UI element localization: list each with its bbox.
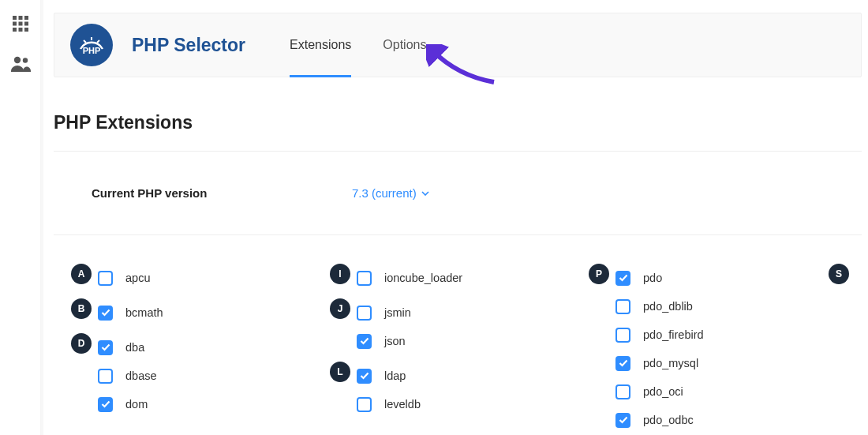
version-select[interactable]: 7.3 (current): [352, 186, 429, 200]
extension-label: pdo_mysql: [643, 357, 698, 369]
section-title: PHP Extensions: [54, 112, 862, 133]
extension-label: pdo_odbc: [643, 414, 694, 426]
checkbox-ioncube_loader[interactable]: [357, 271, 372, 286]
extension-row-pdo_mysql: pdo_mysql: [615, 349, 829, 377]
extension-label: pdo_dblib: [643, 300, 693, 313]
letter-badge-s: S: [829, 264, 849, 284]
checkbox-pdo[interactable]: [615, 271, 630, 286]
letter-badge-p: P: [589, 264, 609, 284]
extension-label: apcu: [125, 272, 150, 284]
extension-row-pdo: pdo: [615, 264, 829, 292]
extension-label: pdo_oci: [643, 385, 683, 398]
extension-row-apcu: apcu: [98, 264, 330, 292]
extension-label: json: [384, 335, 406, 347]
users-icon[interactable]: [9, 55, 32, 76]
extension-label: leveldb: [384, 398, 421, 411]
extension-row-bcmath: bcmath: [98, 298, 330, 327]
tabs: Extensions Options: [290, 13, 426, 77]
svg-rect-4: [18, 22, 22, 26]
extension-row-ldap: ldap: [357, 362, 589, 390]
letter-badge-j: J: [330, 298, 350, 319]
php-logo-icon: PHP: [70, 24, 113, 66]
version-label: Current PHP version: [92, 186, 352, 200]
extension-row-jsmin: jsmin: [357, 298, 589, 327]
checkbox-dbase[interactable]: [98, 369, 113, 384]
letter-badge-l: L: [330, 362, 350, 382]
tab-extensions[interactable]: Extensions: [290, 13, 351, 77]
extensions-column: AapcuBbcmathDdbadbasedom: [71, 257, 330, 434]
page-title: PHP Selector: [132, 35, 245, 56]
svg-rect-7: [18, 28, 22, 32]
checkbox-bcmath[interactable]: [98, 306, 113, 321]
checkbox-leveldb[interactable]: [357, 397, 372, 412]
extension-row-ioncube_loader: ioncube_loader: [357, 264, 589, 292]
extension-label: dom: [125, 398, 148, 411]
letter-badge-a: A: [71, 264, 92, 284]
apps-grid-icon[interactable]: [11, 14, 30, 36]
svg-point-10: [22, 58, 27, 62]
extension-row-pdo_dblib: pdo_dblib: [615, 292, 829, 321]
extension-row-pdo_odbc: pdo_odbc: [615, 406, 829, 434]
svg-rect-1: [18, 16, 22, 20]
header-bar: PHP PHP Selector Extensions Options: [54, 13, 862, 77]
checkbox-pdo_dblib[interactable]: [615, 299, 630, 314]
extension-row-dom: dom: [98, 390, 330, 418]
svg-text:PHP: PHP: [83, 46, 101, 55]
checkbox-pdo_odbc[interactable]: [615, 413, 630, 428]
letter-badge-d: D: [71, 333, 92, 354]
extension-row-pdo_oci: pdo_oci: [615, 377, 829, 406]
left-nav-rail: [0, 0, 41, 435]
version-row: Current PHP version 7.3 (current): [54, 186, 862, 200]
checkbox-json[interactable]: [357, 334, 372, 349]
version-value: 7.3 (current): [352, 186, 417, 200]
svg-point-9: [13, 57, 20, 63]
svg-rect-6: [13, 28, 17, 32]
svg-line-12: [84, 40, 86, 43]
extensions-column: S: [829, 257, 860, 434]
extensions-column: Ppdopdo_dblibpdo_firebirdpdo_mysqlpdo_oc…: [589, 257, 829, 434]
extension-label: ldap: [384, 369, 406, 382]
rail-divider: [41, 0, 43, 435]
extension-row-pdo_firebird: pdo_firebird: [615, 321, 829, 349]
chevron-down-icon: [421, 191, 429, 196]
extension-label: dba: [125, 341, 144, 354]
checkbox-pdo_firebird[interactable]: [615, 328, 630, 343]
checkbox-dom[interactable]: [98, 397, 113, 412]
svg-rect-8: [24, 28, 28, 32]
svg-rect-0: [13, 16, 17, 20]
extensions-grid: AapcuBbcmathDdbadbasedomIioncube_loaderJ…: [54, 257, 862, 434]
checkbox-pdo_mysql[interactable]: [615, 356, 630, 371]
checkbox-dba[interactable]: [98, 340, 113, 355]
extension-label: ioncube_loader: [384, 272, 462, 284]
extension-label: pdo_firebird: [643, 328, 704, 341]
checkbox-pdo_oci[interactable]: [615, 384, 630, 399]
checkbox-apcu[interactable]: [98, 271, 113, 286]
checkbox-jsmin[interactable]: [357, 306, 372, 321]
extension-label: jsmin: [384, 306, 411, 319]
letter-badge-b: B: [71, 298, 92, 319]
svg-line-13: [97, 40, 99, 43]
extensions-column: Iioncube_loaderJjsminjsonLldapleveldb: [330, 257, 589, 434]
extension-label: bcmath: [125, 306, 163, 319]
svg-rect-2: [24, 16, 28, 20]
letter-badge-i: I: [330, 264, 350, 284]
divider: [54, 151, 862, 152]
divider: [54, 234, 862, 235]
svg-rect-5: [24, 22, 28, 26]
extension-row-dba: dba: [98, 333, 330, 362]
svg-rect-3: [13, 22, 17, 26]
extension-row-dbase: dbase: [98, 362, 330, 390]
checkbox-ldap[interactable]: [357, 369, 372, 384]
extension-row-json: json: [357, 327, 589, 355]
extension-label: dbase: [125, 369, 157, 382]
extension-row-leveldb: leveldb: [357, 390, 589, 418]
extension-label: pdo: [643, 272, 662, 284]
tab-options[interactable]: Options: [383, 13, 426, 77]
